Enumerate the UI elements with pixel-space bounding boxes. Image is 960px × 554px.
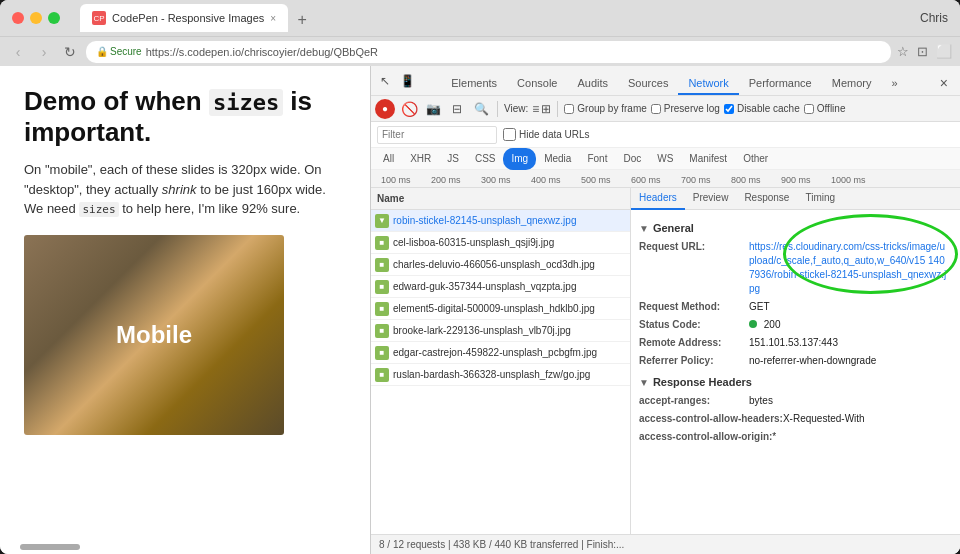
referrer-policy-val: no-referrer-when-downgrade	[749, 354, 876, 368]
group-by-frame-checkbox[interactable]: Group by frame	[564, 103, 646, 114]
list-view-icon[interactable]: ≡	[532, 102, 539, 116]
status-code-key: Status Code:	[639, 318, 749, 332]
devtools-close-button[interactable]: ×	[932, 75, 956, 95]
back-button[interactable]: ‹	[8, 44, 28, 60]
url-path: /chriscoyier/debug/QBbQeR	[241, 46, 378, 58]
new-tab-button[interactable]: +	[290, 8, 314, 32]
filter-input[interactable]	[377, 126, 497, 144]
remote-address-row: Remote Address: 151.101.53.137:443	[639, 334, 952, 352]
group-by-frame-input[interactable]	[564, 104, 574, 114]
file-row-1[interactable]: ▼ robin-stickel-82145-unsplash_qnexwz.jp…	[371, 210, 630, 232]
user-name: Chris	[920, 11, 948, 25]
ruler-1000: 1000 ms	[831, 175, 866, 185]
ruler-300: 300 ms	[481, 175, 511, 185]
offline-checkbox[interactable]: Offline	[804, 103, 846, 114]
access-control-origin-key: access-control-allow-origin:	[639, 430, 772, 444]
details-tab-timing[interactable]: Timing	[797, 188, 843, 210]
close-traffic-light[interactable]	[12, 12, 24, 24]
file-row-4[interactable]: ■ edward-guk-357344-unsplash_vqzpta.jpg	[371, 276, 630, 298]
file-row-5[interactable]: ■ element5-digital-500009-unsplash_hdklb…	[371, 298, 630, 320]
camera-button[interactable]: 📷	[423, 99, 443, 119]
disable-cache-checkbox[interactable]: Disable cache	[724, 103, 800, 114]
type-btn-media[interactable]: Media	[536, 148, 579, 170]
disable-cache-label: Disable cache	[737, 103, 800, 114]
offline-label: Offline	[817, 103, 846, 114]
tab-more[interactable]: »	[881, 73, 907, 95]
reader-icon[interactable]: ⊡	[917, 44, 928, 59]
hide-data-urls-input[interactable]	[503, 128, 516, 141]
reload-button[interactable]: ↻	[60, 44, 80, 60]
tab-sources[interactable]: Sources	[618, 73, 678, 95]
hide-data-urls-checkbox[interactable]: Hide data URLs	[503, 128, 590, 141]
clear-button[interactable]: 🚫	[399, 99, 419, 119]
network-toolbar: ● 🚫 📷 ⊟ 🔍 View: ≡ ⊞ Group by frame	[371, 96, 960, 122]
type-btn-all[interactable]: All	[375, 148, 402, 170]
preserve-log-checkbox[interactable]: Preserve log	[651, 103, 720, 114]
file-name-1: robin-stickel-82145-unsplash_qnexwz.jpg	[393, 215, 576, 226]
cursor-icon[interactable]: ↖	[375, 71, 395, 91]
devtools-tabs: ↖ 📱 Elements Console Audits Sources Netw…	[371, 66, 960, 96]
status-code-val: 200	[749, 318, 780, 332]
details-content: ▼ General Request URL: https://res.cloud…	[631, 210, 960, 534]
type-btn-other[interactable]: Other	[735, 148, 776, 170]
minimize-traffic-light[interactable]	[30, 12, 42, 24]
file-row-2[interactable]: ■ cel-lisboa-60315-unsplash_qsji9j.jpg	[371, 232, 630, 254]
tab-audits[interactable]: Audits	[567, 73, 618, 95]
response-headers-section-header[interactable]: ▼ Response Headers	[639, 376, 952, 388]
scrollbar-thumb[interactable]	[20, 544, 80, 550]
status-bar: 8 / 12 requests | 438 KB / 440 KB transf…	[371, 534, 960, 554]
tab-label: CodePen - Responsive Images	[112, 12, 264, 24]
url-text: https://s.codepen.io/chriscoyier/debug/Q…	[146, 46, 378, 58]
tab-performance[interactable]: Performance	[739, 73, 822, 95]
details-tab-preview[interactable]: Preview	[685, 188, 737, 210]
type-btn-js[interactable]: JS	[439, 148, 467, 170]
response-headers-section-title: Response Headers	[653, 376, 752, 388]
tab-close-button[interactable]: ×	[270, 13, 276, 24]
offline-input[interactable]	[804, 104, 814, 114]
extensions-icon[interactable]: ⬜	[936, 44, 952, 59]
phone-icon[interactable]: 📱	[397, 71, 417, 91]
filter-button[interactable]: ⊟	[447, 99, 467, 119]
tab-console[interactable]: Console	[507, 73, 567, 95]
type-btn-ws[interactable]: WS	[649, 148, 681, 170]
file-row-3[interactable]: ■ charles-deluvio-466056-unsplash_ocd3dh…	[371, 254, 630, 276]
file-icon-4: ■	[375, 280, 389, 294]
file-row-8[interactable]: ■ ruslan-bardash-366328-unsplash_fzw/go.…	[371, 364, 630, 386]
general-section-header[interactable]: ▼ General	[639, 222, 952, 234]
type-btn-img[interactable]: Img	[503, 148, 536, 170]
accept-ranges-row: accept-ranges: bytes	[639, 392, 952, 410]
url-bar[interactable]: 🔒 Secure https://s.codepen.io/chriscoyie…	[86, 41, 891, 63]
details-tab-response[interactable]: Response	[736, 188, 797, 210]
bookmark-icon[interactable]: ☆	[897, 44, 909, 59]
name-column-header: Name	[377, 193, 404, 204]
view-icons: ≡ ⊞	[532, 102, 551, 116]
record-button[interactable]: ●	[375, 99, 395, 119]
file-row-7[interactable]: ■ edgar-castrejon-459822-unsplash_pcbgfm…	[371, 342, 630, 364]
file-row-6[interactable]: ■ brooke-lark-229136-unsplash_vlb70j.jpg	[371, 320, 630, 342]
ruler-900: 900 ms	[781, 175, 811, 185]
secure-label: Secure	[110, 46, 142, 57]
tab-network[interactable]: Network	[678, 73, 738, 95]
type-btn-font[interactable]: Font	[579, 148, 615, 170]
file-icon-2: ■	[375, 236, 389, 250]
disable-cache-input[interactable]	[724, 104, 734, 114]
active-tab[interactable]: CP CodePen - Responsive Images ×	[80, 4, 288, 32]
maximize-traffic-light[interactable]	[48, 12, 60, 24]
url-host: https://s.codepen.io	[146, 46, 241, 58]
ruler-400: 400 ms	[531, 175, 561, 185]
details-tab-headers[interactable]: Headers	[631, 188, 685, 210]
response-headers-arrow-icon: ▼	[639, 377, 649, 388]
type-btn-css[interactable]: CSS	[467, 148, 504, 170]
forward-button[interactable]: ›	[34, 44, 54, 60]
search-button[interactable]: 🔍	[471, 99, 491, 119]
type-btn-xhr[interactable]: XHR	[402, 148, 439, 170]
type-btn-doc[interactable]: Doc	[615, 148, 649, 170]
tab-memory[interactable]: Memory	[822, 73, 882, 95]
ruler-200: 200 ms	[431, 175, 461, 185]
status-dot-icon	[749, 320, 757, 328]
browser-window: CP CodePen - Responsive Images × + Chris…	[0, 0, 960, 554]
type-btn-manifest[interactable]: Manifest	[681, 148, 735, 170]
tab-elements[interactable]: Elements	[441, 73, 507, 95]
preserve-log-input[interactable]	[651, 104, 661, 114]
grid-view-icon[interactable]: ⊞	[541, 102, 551, 116]
